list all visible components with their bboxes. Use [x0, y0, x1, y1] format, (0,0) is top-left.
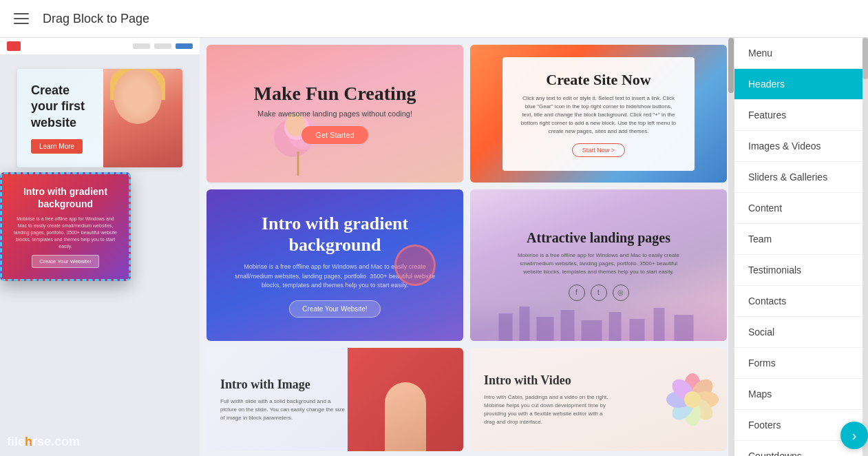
block-fun-subtitle: Make awesome landing pages without codin… [254, 110, 416, 118]
sidebar-item-content[interactable]: Content [734, 193, 868, 224]
drag-card-button[interactable]: Create Your Website! [32, 255, 98, 268]
svg-rect-12 [654, 308, 665, 341]
girl-face [114, 69, 162, 124]
svg-rect-13 [675, 315, 694, 341]
flower-svg [665, 372, 720, 427]
block-intro-img-desc: Full width slide with a solid background… [220, 397, 346, 422]
drag-card-description: Mobirise is a free offline app for Windo… [13, 216, 118, 249]
svg-rect-5 [499, 313, 513, 341]
main-layout: Create your first website Learn More ⊕ I… [0, 38, 868, 456]
drag-card-title: Intro with gradient background [13, 185, 118, 210]
block-attractive[interactable]: Attractive landing pages Mobirise is a f… [470, 189, 727, 341]
svg-rect-10 [609, 312, 622, 341]
block-create-title: Create Site Now [520, 71, 678, 89]
thumb-logo [7, 41, 21, 51]
sidebar-item-testimonials[interactable]: Testimonials [734, 255, 868, 286]
watermark-com: .com [51, 435, 80, 448]
sidebar-item-sliders-galleries[interactable]: Sliders & Galleries [734, 162, 868, 193]
svg-point-22 [684, 391, 701, 408]
sidebar-item-images-videos[interactable]: Images & Videos [734, 131, 868, 162]
block-create-button[interactable]: Start Now > [572, 143, 625, 157]
sidebar-item-social[interactable]: Social [734, 317, 868, 348]
preview-card-title: Create your first website [31, 83, 93, 131]
left-panel: Create your first website Learn More ⊕ I… [0, 38, 200, 456]
sidebar-item-features[interactable]: Features [734, 100, 868, 131]
right-sidebar: Menu Headers Features Images & Videos Sl… [734, 38, 868, 456]
preview-girl-image [103, 69, 182, 167]
block-intro-image[interactable]: Intro with Image Full width slide with a… [207, 348, 463, 451]
city-silhouette [470, 300, 727, 341]
preview-card-inner: Create your first website Learn More [17, 69, 182, 167]
svg-rect-11 [630, 319, 645, 341]
right-scrollbar [862, 38, 868, 456]
thumb-dot-3 [176, 43, 193, 49]
thumb-dots [133, 43, 193, 49]
preview-learn-more-button[interactable]: Learn More [31, 139, 83, 154]
fab-icon: › [852, 428, 857, 444]
block-fun-button[interactable]: Get Started [301, 126, 368, 144]
sidebar-item-contacts[interactable]: Contacts [734, 286, 868, 317]
block-intro-video-title: Intro with Video [484, 373, 610, 388]
twitter-icon[interactable]: t [591, 284, 607, 301]
block-gradient-button[interactable]: Create Your Website! [289, 300, 380, 318]
svg-rect-8 [561, 310, 575, 341]
block-create-site[interactable]: Create Site Now Click any text to edit o… [470, 45, 727, 183]
intro-img-visual [348, 348, 463, 451]
block-fun-title: Make Fun Creating [254, 83, 416, 105]
sidebar-item-maps[interactable]: Maps [734, 379, 868, 410]
block-create-inner: Create Site Now Click any text to edit o… [502, 57, 695, 171]
block-attractive-title: Attractive landing pages [527, 230, 670, 246]
city-svg [470, 300, 727, 341]
svg-rect-9 [582, 320, 602, 341]
svg-rect-6 [520, 307, 530, 341]
block-intro-video[interactable]: Intro with Video Intro with Cabin, paddi… [470, 348, 727, 451]
top-bar: Drag Block to Page [0, 0, 868, 38]
block-intro-img-title: Intro with Image [220, 377, 346, 392]
intro-img-person [385, 382, 426, 451]
intro-video-visual [665, 372, 720, 427]
sidebar-item-headers[interactable]: Headers [734, 69, 868, 100]
center-scrollbar [728, 38, 734, 456]
block-gradient[interactable]: Intro with gradient background Mobirise … [207, 189, 463, 341]
block-attractive-desc: Mobirise is a free offline app for Windo… [516, 251, 681, 276]
fab-button[interactable]: › [840, 422, 868, 449]
instagram-icon[interactable]: ◎ [613, 284, 629, 301]
drag-floating-card[interactable]: ⊕ Intro with gradient background Mobiris… [0, 172, 131, 281]
sidebar-item-team[interactable]: Team [734, 224, 868, 255]
page-title: Drag Block to Page [43, 12, 149, 26]
block-create-desc: Click any text to edit or style it. Sele… [520, 94, 678, 136]
facebook-icon[interactable]: f [569, 284, 585, 301]
watermark: filehrse.com [7, 435, 80, 449]
social-icons-row: f t ◎ [569, 284, 629, 301]
watermark-accent: h [25, 435, 32, 448]
thumb-dot-1 [133, 43, 150, 49]
right-scroll-thumb [862, 38, 868, 79]
thumbnail-bar [0, 38, 200, 55]
svg-rect-7 [537, 317, 554, 341]
center-scroll-thumb [728, 38, 734, 93]
block-make-fun[interactable]: Make Fun Creating Make awesome landing p… [207, 45, 463, 183]
sidebar-item-menu[interactable]: Menu [734, 38, 868, 69]
hamburger-icon[interactable] [14, 13, 29, 24]
preview-card: Create your first website Learn More [17, 69, 182, 167]
block-intro-video-desc: Intro with Cabin, paddings and a video o… [484, 393, 610, 426]
block-gradient-circle [394, 245, 436, 286]
sidebar-item-forms[interactable]: Forms [734, 348, 868, 379]
thumb-dot-2 [154, 43, 171, 49]
center-panel: Make Fun Creating Make awesome landing p… [200, 38, 734, 456]
